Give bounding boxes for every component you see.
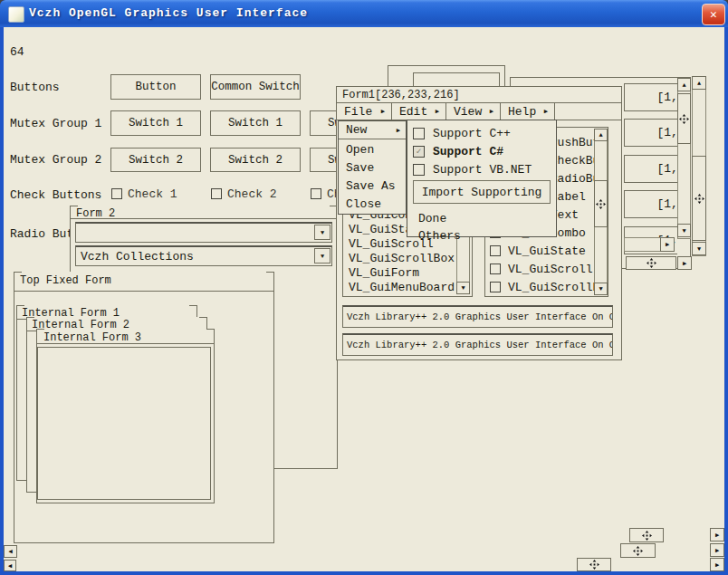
support-csharp-checkbox[interactable]: ✓ [413,146,425,158]
close-icon: ✕ [710,7,717,22]
list-item[interactable]: VL_GuiMenuBoard [349,280,455,294]
grid-cell[interactable]: [1,2] [624,155,677,183]
close-button[interactable]: ✕ [702,4,725,25]
common-switch-button[interactable]: Common Switch [210,74,301,100]
switch1-button-b[interactable]: Switch 1 [210,110,301,136]
menu-item-close[interactable]: Close [339,195,406,213]
menu-item-new[interactable]: New▶ [339,121,406,139]
switch2-button-a[interactable]: Switch 2 [110,148,201,172]
arrow-right-icon: ▶ [666,241,669,248]
submenu-item-support-vb[interactable]: Support VB.NET [413,160,532,178]
buttons-label: Buttons [10,81,60,94]
menu-file[interactable]: File▶ [337,102,392,120]
move-icon [647,258,656,268]
item-checkbox[interactable] [490,282,501,292]
outer-hscroll-thumb[interactable] [626,256,676,270]
arrow-right-icon: ▶ [715,561,719,569]
item-checkbox[interactable] [490,245,501,256]
button-button[interactable]: Button [110,74,201,100]
submenu-item-done[interactable]: Done [407,209,556,227]
grid-cell[interactable]: [1,0] [624,83,677,111]
hscroll-thumb-2[interactable] [620,543,656,558]
status-field-1[interactable]: Vczh Library++ 2.0 Graphics User Interfa… [342,305,613,328]
form1-title: Form1[236,233,216] [342,89,460,101]
hscroll-right-button-1[interactable]: ▶ [710,528,724,541]
move-icon [642,531,652,541]
submenu-item-support-cpp[interactable]: Support C++ [413,124,511,142]
status-field-1-text: Vczh Library++ 2.0 Graphics User Interfa… [347,311,613,322]
menu-item-save[interactable]: Save [339,158,406,177]
move-icon [589,560,599,570]
menu-item-open[interactable]: Open [339,140,406,158]
support-cpp-checkbox[interactable] [413,128,425,139]
menu-item-save-label: Save [346,161,374,175]
checklist-item[interactable]: VL_GuiScroll [490,260,596,278]
check2-checkbox[interactable] [211,188,222,199]
inner-vscroll-up-button[interactable]: ▲ [677,78,691,91]
hscroll-right-button-3[interactable]: ▶ [710,558,724,571]
check-buttons-label: Check Buttons [10,188,101,202]
status-field-2-text: Vczh Library++ 2.0 Graphics User Interfa… [347,340,613,350]
form2-combo2[interactable]: Vczh Collections ▼ [75,245,332,266]
menu-item-save-as-label: Save As [346,179,396,193]
menu-item-open-label: Open [346,143,374,157]
arrow-up-icon: ▲ [599,131,602,139]
item-checkbox[interactable] [490,264,501,274]
listbox-vscroll-down-button[interactable]: ▼ [456,282,470,294]
checklist-vscroll-thumb[interactable] [594,180,608,227]
submenu-done-label: Done [418,212,446,225]
outer-hscroll-right-button[interactable]: ▶ [677,256,692,270]
grid-cell[interactable]: [1,1] [624,119,677,147]
outer-vscroll-down-button[interactable]: ▼ [692,242,706,255]
inner-vscroll-down-button[interactable]: ▼ [677,224,691,237]
form2-combo2-dropdown-button[interactable]: ▼ [314,248,330,264]
move-icon [633,546,643,556]
hscroll-thumb-1[interactable] [629,528,664,542]
support-vb-label: Support VB.NET [433,163,532,177]
switch1-button-a[interactable]: Switch 1 [110,110,201,136]
menu-view[interactable]: View▶ [446,102,501,120]
inner-hscroll-right-button[interactable]: ▶ [660,237,675,252]
support-csharp-label: Support C# [433,145,503,158]
form2-combo1[interactable]: ▼ [75,222,332,243]
submenu-item-support-csharp[interactable]: ✓Support C# [413,142,503,160]
bottomleft-hscroll-left-button-2[interactable]: ◀ [4,560,16,571]
form2-combo2-value: Vczh Collections [81,250,194,264]
submenu-others-label: Others [418,229,461,243]
arrow-right-icon: ▶ [683,260,686,267]
form2-combo1-dropdown-button[interactable]: ▼ [314,225,330,240]
status-field-2[interactable]: Vczh Library++ 2.0 Graphics User Interfa… [342,333,613,356]
submenu-item-others[interactable]: Others [407,226,556,244]
support-vb-checkbox[interactable] [413,164,425,176]
grid-cell[interactable]: [1,3] [624,190,677,218]
outer-vscroll-up-button[interactable]: ▲ [692,76,706,90]
checklist-vscroll-down-button[interactable]: ▼ [594,283,608,295]
top-fixed-form-title: Top Fixed Form [20,274,111,287]
list-item[interactable]: VL_GuiScrollBox [349,251,455,265]
internal-form3-client [37,347,211,500]
mutex-group1-label: Mutex Group 1 [10,117,101,130]
menu-help[interactable]: Help▶ [501,102,555,120]
hscroll-right-button-2[interactable]: ▶ [710,543,724,557]
import-supporting-button[interactable]: Import Supporting [413,180,551,204]
list-item[interactable]: VL_GuiForm [349,265,419,280]
menu-item-save-as[interactable]: Save As [339,177,406,195]
check1-checkbox[interactable] [111,188,122,199]
menu-arrow-icon: ▶ [544,108,548,115]
check2-label: Check 2 [227,187,277,201]
check3-checkbox[interactable] [311,188,321,199]
menu-edit[interactable]: Edit▶ [392,102,446,120]
check-icon: ✓ [416,146,421,157]
checklist-item[interactable]: VL_GuiState [490,242,596,260]
bottomleft-hscroll-left-button-1[interactable]: ◀ [4,545,17,558]
switch2-button-b[interactable]: Switch 2 [210,148,301,172]
arrow-up-icon: ▲ [697,80,701,87]
checklist-item[interactable]: VL_GuiScrollBox [490,278,596,296]
form2-title-underline [70,218,338,219]
checklist-vscroll-up-button[interactable]: ▲ [594,129,608,141]
inner-vscroll-thumb[interactable] [677,93,691,144]
top-fixed-form-underline [14,291,274,292]
hscroll-thumb-3[interactable] [577,558,611,571]
titlebar[interactable]: Vczh OpenGL Graphics User Interface ✕ [0,0,728,27]
outer-vscroll-thumb[interactable] [692,156,706,241]
